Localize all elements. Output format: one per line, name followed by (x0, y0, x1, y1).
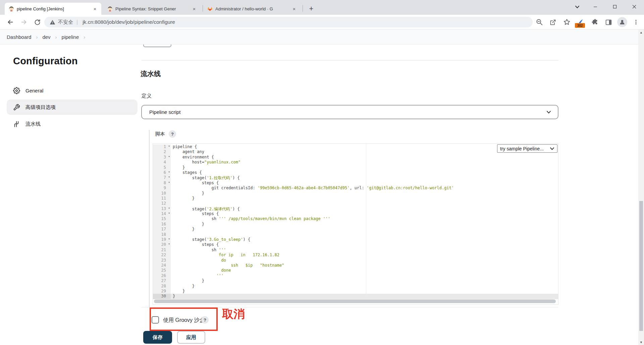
code-line[interactable]: } (171, 165, 558, 170)
maximize-icon[interactable] (607, 0, 623, 13)
line-number[interactable]: 2 (153, 149, 171, 154)
code-line[interactable]: steps { (171, 181, 558, 186)
line-number[interactable]: 19▾ (153, 237, 171, 242)
code-line[interactable]: ''' (171, 273, 558, 278)
share-icon[interactable] (548, 17, 557, 27)
warning-icon[interactable] (50, 19, 55, 25)
code-line[interactable]: git credentialsId: '99e596cb-0d65-462a-a… (171, 186, 558, 191)
tab-search-icon[interactable] (570, 0, 585, 13)
fold-arrow-icon[interactable]: ▾ (168, 242, 170, 246)
code-line[interactable]: done (171, 268, 558, 273)
code-line[interactable] (171, 232, 558, 237)
code-line[interactable]: stage('3.Go_to_sleep') { (171, 237, 558, 242)
code-line[interactable]: for ip in 172.16.1.82 (171, 253, 558, 258)
browser-tab[interactable]: pipeline Config [Jenkins]× (5, 3, 101, 15)
line-number[interactable]: 25 (153, 268, 171, 273)
line-number[interactable]: 22 (153, 253, 171, 258)
security-label[interactable]: 不安全 (58, 19, 73, 25)
code-line[interactable]: do (171, 258, 558, 263)
fold-arrow-icon[interactable]: ▾ (168, 211, 170, 215)
browser-tab[interactable]: Administrator / hello-world · G× (203, 3, 301, 15)
puzzle-icon[interactable] (590, 17, 600, 27)
pipeline-script-editor[interactable]: 1▾23▾456▾7▾8▾910111213▾14▾1516171819▾20▾… (153, 143, 558, 305)
close-icon[interactable] (627, 0, 642, 13)
line-number[interactable]: 6▾ (153, 170, 171, 175)
line-number[interactable]: 12 (153, 201, 171, 206)
line-number[interactable]: 1▾ (153, 144, 171, 149)
scroll-up-icon[interactable]: ▲ (638, 29, 644, 35)
code-line[interactable]: } (171, 191, 558, 196)
code-line[interactable]: environment { (171, 155, 558, 160)
editor-code[interactable]: pipeline { agent any environment { host=… (171, 144, 558, 299)
star-icon[interactable] (562, 17, 572, 27)
line-number[interactable]: 21 (153, 248, 171, 253)
line-number[interactable]: 26 (153, 273, 171, 278)
browser-tab[interactable]: Pipeline Syntax: Snippet Gener× (103, 3, 201, 15)
new-tab-button[interactable]: + (306, 3, 317, 14)
sidebar-item-general[interactable]: General (7, 83, 138, 98)
line-number[interactable]: 24 (153, 263, 171, 268)
breadcrumb-item[interactable]: pipeline (62, 34, 79, 40)
line-number[interactable]: 14▾ (153, 211, 171, 216)
fold-arrow-icon[interactable]: ▾ (168, 170, 170, 174)
side-panel-icon[interactable] (604, 17, 613, 27)
code-line[interactable]: sh ''' (171, 248, 558, 253)
line-number[interactable]: 18 (153, 232, 171, 237)
fold-arrow-icon[interactable]: ▾ (168, 155, 170, 158)
fold-arrow-icon[interactable]: ▾ (168, 181, 170, 184)
apply-button[interactable]: 应用 (177, 331, 205, 344)
code-line[interactable]: } (171, 222, 558, 227)
code-line[interactable]: ssh $ip "hostname" (171, 263, 558, 268)
fold-arrow-icon[interactable]: ▾ (168, 175, 170, 179)
line-number[interactable]: 23 (153, 258, 171, 263)
code-line[interactable]: } (171, 227, 558, 232)
save-button[interactable]: 保存 (143, 331, 172, 344)
line-number[interactable]: 20▾ (153, 242, 171, 247)
profile-icon[interactable] (617, 17, 627, 27)
tab-close-icon[interactable]: × (291, 6, 297, 12)
line-number[interactable]: 27 (153, 278, 171, 283)
menu-dots-icon[interactable] (631, 17, 641, 27)
script-help-button[interactable]: ? (169, 130, 176, 138)
code-line[interactable]: stage('2.编译代码') { (171, 206, 558, 211)
sidebar-item-pipeline[interactable]: 流水线 (7, 116, 138, 132)
breadcrumb-item[interactable]: Dashboard (7, 34, 31, 40)
code-line[interactable]: host="yuanlinux.com" (171, 160, 558, 165)
sidebar-item-advanced-options[interactable]: 高级项目选项 (7, 99, 138, 115)
line-number[interactable]: 15 (153, 216, 171, 221)
code-line[interactable]: stage('1.拉取代码') { (171, 175, 558, 180)
tab-close-icon[interactable]: × (191, 6, 197, 12)
editor-horizontal-scrollbar[interactable] (154, 299, 556, 303)
line-number[interactable]: 3▾ (153, 155, 171, 160)
line-number[interactable]: 13▾ (153, 206, 171, 211)
line-number[interactable]: 11 (153, 196, 171, 201)
line-number[interactable]: 10 (153, 191, 171, 196)
line-number[interactable]: 9 (153, 186, 171, 191)
forward-icon[interactable] (19, 17, 29, 27)
line-number[interactable]: 29 (153, 289, 171, 294)
back-icon[interactable] (5, 17, 15, 27)
minimize-icon[interactable] (588, 0, 603, 13)
line-number[interactable]: 30 (153, 294, 171, 299)
code-line[interactable]: } (171, 289, 558, 294)
zoom-out-icon[interactable] (535, 17, 544, 27)
tab-close-icon[interactable]: × (92, 6, 98, 12)
line-number[interactable]: 5 (153, 165, 171, 170)
code-line[interactable]: steps { (171, 211, 558, 216)
scrollbar-thumb[interactable] (639, 201, 643, 331)
address-bar[interactable]: 不安全 | jk.cn:8080/job/dev/job/pipeline/co… (44, 17, 533, 27)
sample-pipeline-select[interactable]: try sample Pipeline... (497, 144, 557, 153)
definition-select[interactable]: Pipeline script (141, 105, 558, 119)
scroll-down-icon[interactable]: ▼ (638, 339, 644, 345)
code-line[interactable]: } (171, 294, 558, 299)
page-scrollbar[interactable]: ▲ ▼ (638, 29, 644, 345)
line-number[interactable]: 16 (153, 222, 171, 227)
url-text[interactable]: jk.cn:8080/job/dev/job/pipeline/configur… (83, 19, 175, 25)
code-line[interactable] (171, 201, 558, 206)
code-line[interactable]: } (171, 284, 558, 289)
fold-arrow-icon[interactable]: ▾ (168, 144, 170, 148)
reload-icon[interactable] (32, 17, 42, 27)
line-number[interactable]: 7▾ (153, 175, 171, 180)
code-line[interactable]: steps { (171, 242, 558, 247)
fold-arrow-icon[interactable]: ▾ (168, 237, 170, 240)
